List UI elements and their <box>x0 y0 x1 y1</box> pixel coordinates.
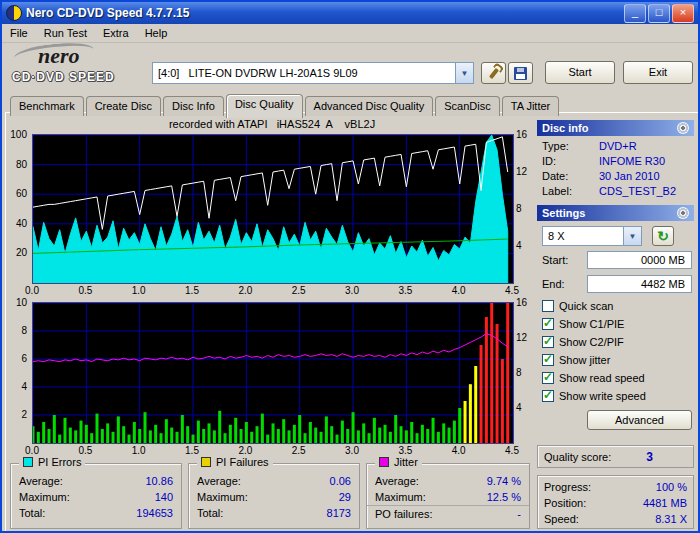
axis-tick-label: 12 <box>516 166 527 177</box>
show-read-speed-checkbox[interactable] <box>542 372 554 384</box>
jitter-average-label: Average: <box>375 473 419 489</box>
menu-extra[interactable]: Extra <box>95 25 137 41</box>
show-c2-pif-label: Show C2/PIF <box>559 336 624 348</box>
jitter-legend: Jitter <box>375 456 422 468</box>
speed-chevron-down-icon[interactable]: ▼ <box>623 227 641 245</box>
tab-benchmark[interactable]: Benchmark <box>10 96 84 116</box>
axis-tick-label: 80 <box>16 159 27 170</box>
disc-type-label: Type: <box>542 140 569 152</box>
recorded-with-label: recorded with ATAPI iHAS524 A vBL2J <box>32 118 512 130</box>
advanced-button[interactable]: Advanced <box>587 410 692 430</box>
show-jitter-label: Show jitter <box>559 354 610 366</box>
save-button[interactable] <box>508 62 533 84</box>
exit-button[interactable]: Exit <box>623 61 693 84</box>
titlebar: Nero CD-DVD Speed 4.7.7.15 _ □ × <box>2 2 698 24</box>
pi-errors-y-axis-right: 161284 <box>514 134 536 282</box>
show-c1-pie-label: Show C1/PIE <box>559 318 624 330</box>
axis-tick-label: 4.0 <box>452 445 466 456</box>
disc-label-label: Label: <box>542 185 572 197</box>
menubar: File Run Test Extra Help <box>2 24 698 43</box>
checkbox-show-write-speed[interactable]: Show write speed <box>542 388 692 404</box>
tab-disc-info[interactable]: Disc Info <box>163 96 224 116</box>
position-label: Position: <box>544 495 586 511</box>
scan-speed-value: 8 X <box>543 230 623 242</box>
speed-row: Speed: 8.31 X <box>538 511 693 527</box>
axis-tick-label: 3.5 <box>398 445 412 456</box>
stat-row: Total:194653 <box>11 505 181 521</box>
po-failures-value: - <box>517 506 521 522</box>
refresh-button[interactable]: ↻ <box>652 226 674 246</box>
scan-speed-select[interactable]: 8 X ▼ <box>542 226 642 246</box>
quick-scan-label: Quick scan <box>559 300 613 312</box>
maximize-button[interactable]: □ <box>648 4 670 23</box>
show-c1-pie-checkbox[interactable] <box>542 318 554 330</box>
stat-row: Average:9.74 % <box>367 473 529 489</box>
axis-tick-label: 1.0 <box>132 445 146 456</box>
axis-tick-label: 10 <box>16 297 27 308</box>
progress-label: Progress: <box>544 479 591 495</box>
tools-button[interactable] <box>481 62 506 84</box>
checkbox-quick-scan[interactable]: Quick scan <box>542 298 692 314</box>
start-position-input[interactable] <box>587 251 692 269</box>
save-icon <box>514 67 527 80</box>
start-button[interactable]: Start <box>545 61 615 84</box>
menu-file[interactable]: File <box>2 25 36 41</box>
pi-failures-panel: PI Failures Average:0.06 Maximum:29 Tota… <box>188 463 360 529</box>
disc-type-row: Type: DVD+R <box>542 140 692 154</box>
pi-errors-maximum-value: 140 <box>155 489 173 505</box>
drive-select[interactable]: [4:0] LITE-ON DVDRW LH-20A1S 9L09 ▼ <box>152 62 474 84</box>
axis-tick-label: 1.5 <box>185 445 199 456</box>
menu-run-test[interactable]: Run Test <box>36 25 95 41</box>
pi-failures-legend: PI Failures <box>197 456 273 468</box>
axis-tick-label: 2.0 <box>238 445 252 456</box>
stat-row: Maximum:140 <box>11 489 181 505</box>
axis-tick-label: 1.5 <box>185 285 199 296</box>
disc-id-value: INFOME R30 <box>599 155 665 167</box>
jitter-average-value: 9.74 % <box>487 473 521 489</box>
pi-errors-chart <box>32 134 514 284</box>
show-c2-pif-checkbox[interactable] <box>542 336 554 348</box>
tab-disc-quality[interactable]: Disc Quality <box>226 94 303 118</box>
tab-scandisc[interactable]: ScanDisc <box>435 96 499 116</box>
menu-help[interactable]: Help <box>137 25 176 41</box>
axis-tick-label: 16 <box>516 297 527 308</box>
checkbox-show-jitter[interactable]: Show jitter <box>542 352 692 368</box>
axis-tick-label: 3.0 <box>345 285 359 296</box>
checkbox-show-c2-pif[interactable]: Show C2/PIF <box>542 334 692 350</box>
settings-icon <box>677 207 689 219</box>
pi-failures-average-label: Average: <box>197 473 241 489</box>
start-position-label: Start: <box>542 254 568 266</box>
disc-label-row: Label: CDS_TEST_B2 <box>542 185 692 199</box>
tab-advanced-disc-quality[interactable]: Advanced Disc Quality <box>305 96 434 116</box>
stat-row: PO failures:- <box>367 505 529 522</box>
close-button[interactable]: × <box>672 4 694 23</box>
disc-id-label: ID: <box>542 155 556 167</box>
checkbox-show-c1-pie[interactable]: Show C1/PIE <box>542 316 692 332</box>
pi-errors-average-value: 10.86 <box>145 473 173 489</box>
jitter-maximum-value: 12.5 % <box>487 489 521 505</box>
tab-create-disc[interactable]: Create Disc <box>86 96 161 116</box>
axis-tick-label: 3.0 <box>345 445 359 456</box>
show-read-speed-label: Show read speed <box>559 372 645 384</box>
pi-failures-swatch <box>201 457 211 467</box>
disc-date-label: Date: <box>542 170 568 182</box>
checkbox-show-read-speed[interactable]: Show read speed <box>542 370 692 386</box>
end-position-input[interactable] <box>587 275 692 293</box>
show-write-speed-checkbox[interactable] <box>542 390 554 402</box>
show-jitter-checkbox[interactable] <box>542 354 554 366</box>
axis-tick-label: 2 <box>21 409 27 420</box>
pi-failures-total-label: Total: <box>197 505 223 521</box>
axis-tick-label: 12 <box>516 332 527 343</box>
quick-scan-checkbox[interactable] <box>542 300 554 312</box>
tab-ta-jitter[interactable]: TA Jitter <box>502 96 560 116</box>
axis-tick-label: 0.0 <box>25 285 39 296</box>
pi-errors-y-axis-left: 10080604020 <box>2 134 29 282</box>
chevron-down-icon[interactable]: ▼ <box>455 63 473 83</box>
minimize-button[interactable]: _ <box>624 4 646 23</box>
stat-row: Maximum:29 <box>189 489 359 505</box>
axis-tick-label: 40 <box>16 218 27 229</box>
end-position-label: End: <box>542 278 565 290</box>
settings-header: Settings <box>537 205 694 221</box>
position-value: 4481 MB <box>643 495 687 511</box>
axis-tick-label: 8 <box>21 325 27 336</box>
